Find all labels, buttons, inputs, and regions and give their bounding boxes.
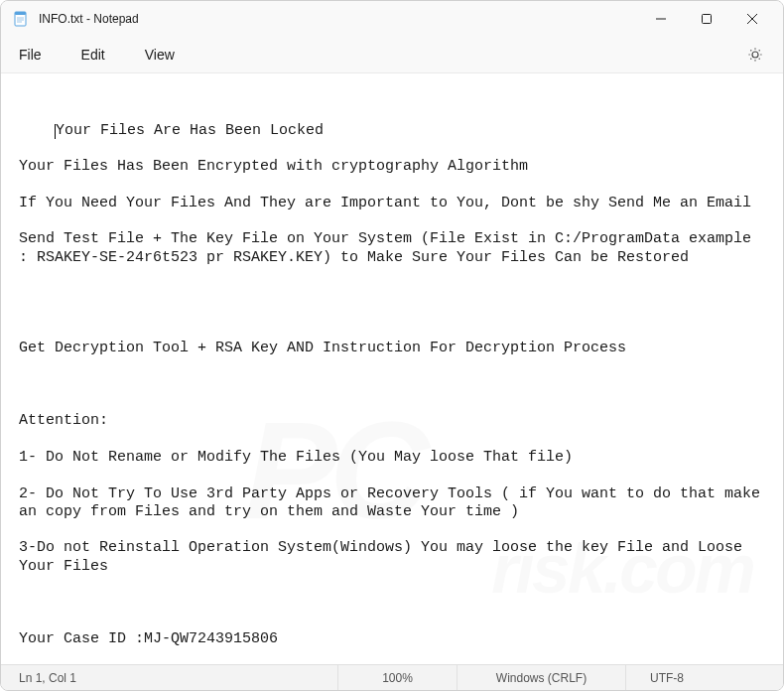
menu-view[interactable]: View [139, 43, 181, 67]
watermark: PCrisk.com [61, 272, 753, 664]
notepad-window: INFO.txt - Notepad File Edit View [0, 0, 784, 691]
status-zoom[interactable]: 100% [338, 665, 457, 690]
svg-rect-1 [15, 12, 26, 15]
menu-file[interactable]: File [13, 43, 48, 67]
maximize-button[interactable] [684, 3, 729, 35]
document-body: Your Files Are Has Been Locked Your File… [19, 122, 769, 664]
status-cursor-position: Ln 1, Col 1 [1, 665, 338, 690]
titlebar: INFO.txt - Notepad [1, 1, 783, 37]
status-line-ending: Windows (CRLF) [457, 665, 626, 690]
window-title: INFO.txt - Notepad [39, 12, 638, 26]
svg-line-8 [747, 14, 757, 24]
close-button[interactable] [729, 3, 775, 35]
window-controls [638, 3, 775, 35]
text-editor[interactable]: PCrisk.com Your Files Are Has Been Locke… [1, 72, 783, 664]
svg-rect-6 [703, 15, 712, 24]
notepad-icon [13, 11, 29, 27]
menu-edit[interactable]: Edit [75, 43, 111, 67]
statusbar: Ln 1, Col 1 100% Windows (CRLF) UTF-8 [1, 664, 783, 690]
svg-line-7 [747, 14, 757, 24]
menubar: File Edit View [1, 37, 783, 72]
settings-button[interactable] [739, 39, 771, 70]
status-encoding: UTF-8 [626, 665, 783, 690]
minimize-button[interactable] [638, 3, 684, 35]
gear-icon [747, 47, 763, 63]
